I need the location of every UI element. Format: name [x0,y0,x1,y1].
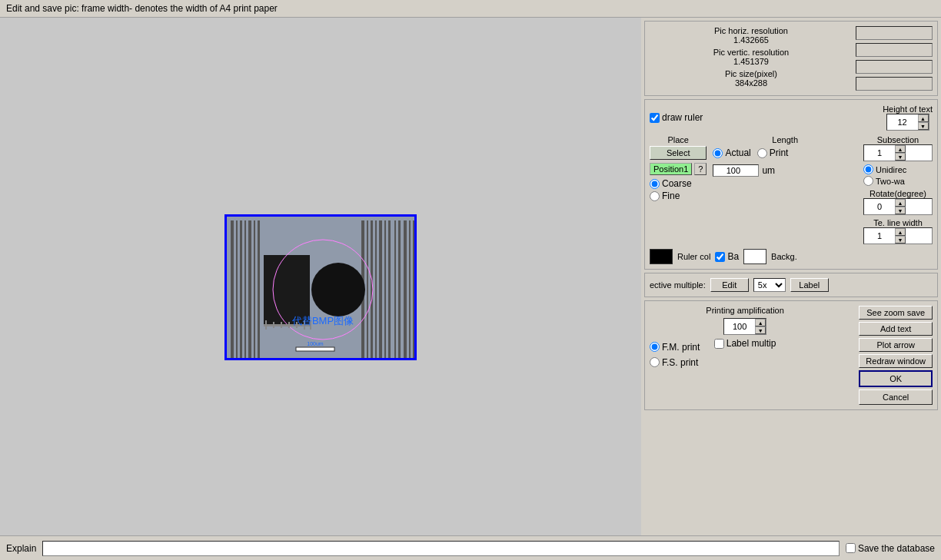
print-radio-col: F.M. print F.S. print [650,306,700,405]
horiz-res-input[interactable] [856,26,933,40]
fm-print-radio[interactable] [650,342,660,352]
print-radio[interactable] [757,148,767,158]
svg-rect-12 [379,220,382,358]
save-db-group: Save the database [846,543,935,554]
horiz-res-value: 1.432665 [650,35,853,45]
fs-print-label: F.S. print [662,357,698,368]
label-button[interactable]: Label [790,278,829,292]
svg-rect-20 [264,255,310,324]
svg-rect-26 [281,322,282,328]
plot-arrow-button[interactable]: Plot arrow [859,338,933,352]
svg-rect-16 [398,220,401,358]
print-radio-group: Print [757,147,789,158]
actual-radio[interactable] [713,148,723,158]
select-button[interactable]: Select [650,146,707,160]
subsection-spin-down[interactable]: ▼ [895,153,906,161]
vert-res-input-1[interactable] [856,43,933,57]
te-line-spin-down[interactable]: ▼ [895,236,906,244]
print-actions-box: F.M. print F.S. print Printing amplifica… [644,300,938,410]
backg-color-swatch[interactable] [743,249,766,264]
length-input-box [713,164,759,177]
subsection-input[interactable] [864,148,895,157]
multiplier-select[interactable]: 5x 1x 2x 10x [753,278,786,292]
subsection-spin-up[interactable]: ▲ [895,145,906,153]
print-amp-spin-down[interactable]: ▼ [755,326,766,334]
actual-label: Actual [725,147,750,158]
rotate-spin-up[interactable]: ▲ [895,199,906,207]
ba-checkbox-group: Ba [715,251,739,262]
position-row: Position1 ? [650,163,707,175]
height-spin-up[interactable]: ▲ [918,114,929,122]
explain-label: Explain [6,543,36,554]
svg-rect-2 [236,220,238,358]
place-label: Place [650,135,707,144]
subsection-label: Subsection [863,135,933,144]
title-bar: Edit and save pic: frame width- denotes … [0,0,941,18]
fs-print-group: F.S. print [650,357,700,368]
unidirec-label: Unidirec [876,165,906,174]
pic-size-label: Pic size(pixel) [650,69,853,78]
length-value-row: um [713,164,857,177]
coarse-label: Coarse [662,178,692,189]
backg-label: Backg. [771,252,797,261]
svg-rect-9 [367,220,368,358]
ba-checkbox[interactable] [715,252,725,262]
svg-rect-13 [384,220,386,358]
subsection-spin-btns: ▲ ▼ [895,145,906,161]
te-line-spin-up[interactable]: ▲ [895,228,906,236]
rotate-spin: ▲ ▼ [863,198,933,215]
height-spin-btns: ▲ ▼ [918,114,929,130]
svg-rect-27 [288,322,290,328]
fine-radio[interactable] [650,191,660,201]
resolution-box: Pic horiz. resolution 1.432665 Pic verti… [644,21,938,96]
svg-text:代替BMP图像: 代替BMP图像 [291,315,354,326]
label-multip-group: Label multip [714,338,776,349]
rotate-input[interactable] [864,202,895,211]
save-db-checkbox[interactable] [846,543,856,553]
resolution-labels: Pic horiz. resolution 1.432665 Pic verti… [650,26,853,88]
ruler-color-swatch[interactable] [650,249,673,264]
draw-ruler-checkbox[interactable] [650,113,660,123]
te-line-input[interactable] [864,231,895,240]
length-label: Length [713,135,857,144]
svg-rect-24 [265,320,267,330]
add-text-button[interactable]: Add text [859,322,933,336]
pic-size-input[interactable] [856,77,933,91]
svg-rect-6 [254,220,255,358]
explain-input[interactable] [42,541,840,556]
coarse-radio[interactable] [650,179,660,189]
vert-res-input-2[interactable] [856,60,933,74]
coarse-radio-group: Coarse [650,178,707,189]
print-amp-input[interactable] [724,322,755,331]
position-badge: Position1 [650,163,692,175]
unidirec-radio[interactable] [863,164,873,174]
ruler-col-label: Ruler col [677,252,710,261]
rotate-spin-down[interactable]: ▼ [895,207,906,214]
unidirec-radio-group: Unidirec [863,164,933,174]
edit-button[interactable]: Edit [710,278,749,292]
image-visual: 代替BMP图像 100um [227,217,414,358]
height-input[interactable] [887,118,918,127]
ruler-right-col: Subsection ▲ ▼ Unidirec Two- [863,135,933,244]
ok-button[interactable]: OK [859,370,933,387]
twoway-radio[interactable] [863,176,873,186]
help-badge[interactable]: ? [694,163,707,175]
svg-rect-7 [258,220,260,358]
draw-ruler-label: draw ruler [662,112,703,123]
fs-print-radio[interactable] [650,357,660,367]
pic-size-value: 384x288 [650,78,853,88]
ruler-color-row: Ruler col Ba Backg. [650,249,933,264]
label-multip-checkbox[interactable] [714,339,724,349]
twoway-label: Two-wa [876,177,905,186]
length-unit: um [762,165,775,176]
see-zoom-save-button[interactable]: See zoom save [859,306,933,320]
redraw-window-button[interactable]: Redraw window [859,354,933,368]
print-amp-spin-up[interactable]: ▲ [755,319,766,326]
cancel-button[interactable]: Cancel [859,389,933,405]
printing-amp-label: Printing amplification [706,306,784,315]
length-input[interactable] [716,166,750,175]
twoway-radio-group: Two-wa [863,176,933,186]
height-spin-down[interactable]: ▼ [918,122,929,130]
vert-res-value: 1.451379 [650,57,853,66]
print-amp-col: Printing amplification ▲ ▼ Label multip [706,306,784,405]
